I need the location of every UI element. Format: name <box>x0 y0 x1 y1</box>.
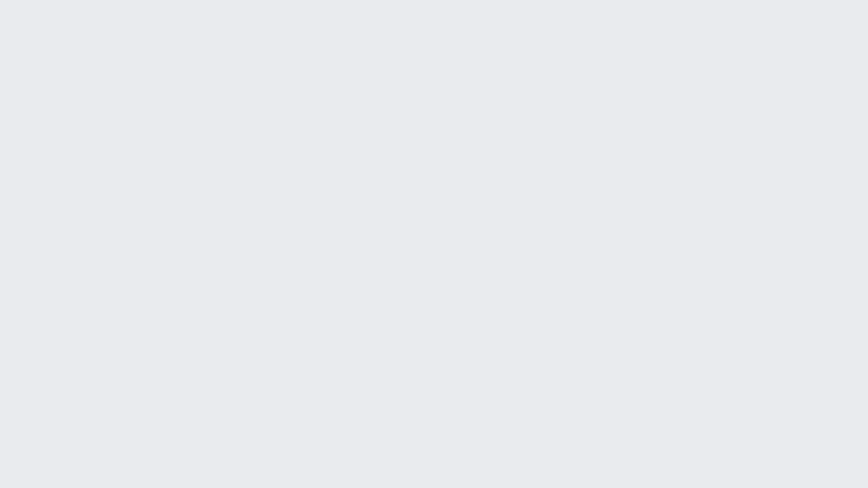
wps-writer-window <box>0 0 868 488</box>
